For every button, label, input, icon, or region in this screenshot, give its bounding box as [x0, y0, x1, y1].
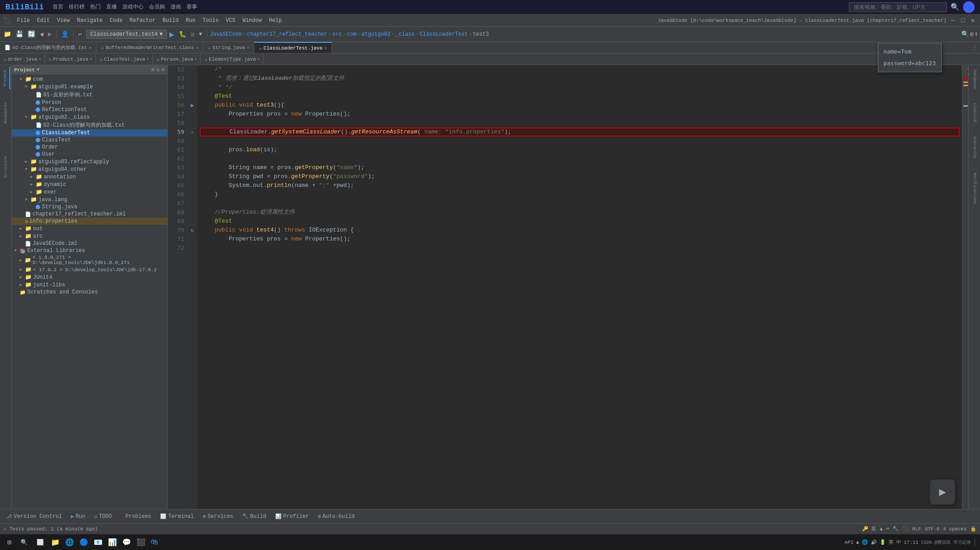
- toolbar-back-icon[interactable]: ◀: [38, 29, 45, 39]
- structure-sidebar-icon[interactable]: Structure: [2, 153, 10, 181]
- taskbar-chrome[interactable]: 🔵: [78, 537, 90, 548]
- bottom-tab-problems[interactable]: ⊗ Problems: [116, 509, 156, 523]
- taskbar-api[interactable]: API: [845, 540, 854, 545]
- bilibili-logo[interactable]: BiliBili: [5, 3, 44, 12]
- menu-refactor[interactable]: Refactor: [126, 17, 159, 25]
- breadcrumb-com[interactable]: com: [347, 31, 357, 37]
- breadcrumb-test3[interactable]: test3: [473, 31, 489, 37]
- taskbar-explorer[interactable]: 📁: [49, 537, 62, 548]
- status-arrow-up[interactable]: ▲: [880, 526, 883, 532]
- top-nav-item[interactable]: 漫画: [170, 3, 181, 11]
- file-tab[interactable]: ☕ String.java ✕: [203, 42, 254, 53]
- tree-item[interactable]: ▶📁JUnit4: [12, 273, 167, 281]
- sync-gutter-70[interactable]: ↻: [187, 226, 197, 235]
- minimize-button[interactable]: ─: [949, 17, 956, 24]
- editor-tab[interactable]: ☕Person.java✕: [153, 54, 201, 65]
- maximize-button[interactable]: □: [959, 17, 966, 24]
- toolbar-search-icon[interactable]: 🔍: [961, 30, 969, 38]
- top-nav-item[interactable]: 直播: [106, 3, 117, 11]
- toolbar-refresh-icon[interactable]: 🔄: [26, 29, 37, 39]
- menu-vcs[interactable]: VCS: [222, 17, 239, 25]
- breadcrumb-chapter[interactable]: chapter17_reflect_teacher: [247, 31, 327, 37]
- bottom-tab-todo[interactable]: ☑ TODO: [90, 509, 116, 523]
- top-nav-item[interactable]: 热门: [90, 3, 101, 11]
- tree-item[interactable]: ▶📁out: [12, 225, 167, 232]
- menu-run[interactable]: Run: [182, 17, 199, 25]
- tree-item[interactable]: ▶📁dynamic: [12, 181, 167, 188]
- breadcrumb-classloadertest[interactable]: ClassLoaderTest: [420, 31, 468, 37]
- top-nav-item[interactable]: 排行榜: [69, 3, 85, 11]
- status-api[interactable]: 🔑 英: [862, 525, 877, 532]
- tree-item[interactable]: 📁Scratches and Consoles: [12, 289, 167, 296]
- tree-item[interactable]: String.java: [12, 203, 167, 211]
- editor-tab[interactable]: ☕ElementType.java✕: [201, 54, 264, 65]
- file-tab-active[interactable]: ☕ ClassLoaderTest.java ✕: [254, 42, 332, 53]
- taskbar-network[interactable]: 🌐: [862, 539, 868, 545]
- bottom-tab-auto-build[interactable]: ⚙ Auto-build: [313, 509, 359, 523]
- top-nav-item[interactable]: 赛事: [186, 3, 197, 11]
- top-nav-item[interactable]: 游戏中心: [122, 3, 144, 11]
- tree-item[interactable]: ▼📁java.lang: [12, 196, 167, 203]
- menu-build[interactable]: Build: [159, 17, 182, 25]
- search-input[interactable]: [849, 2, 947, 12]
- bottom-tab-build[interactable]: 🔨 Build: [238, 509, 271, 523]
- play-overlay-button[interactable]: ▶: [930, 480, 955, 505]
- toolbar-user-icon[interactable]: 👤: [59, 29, 70, 39]
- tree-item[interactable]: ▶📁exer: [12, 188, 167, 196]
- hierarchy-sidebar-icon[interactable]: Hierarchy: [972, 134, 978, 161]
- taskbar-outlook[interactable]: 📧: [92, 537, 104, 548]
- tree-item[interactable]: ▶📁< 1.8.0_271 > D:\develop_tools\JDK\jdk…: [12, 254, 167, 266]
- tree-item[interactable]: 📄02-Class的理解与类的加载.txt: [12, 121, 167, 129]
- tree-item[interactable]: 📄chapter17_reflect_teacher.iml: [12, 211, 167, 218]
- tree-item[interactable]: User: [12, 151, 167, 158]
- menu-navigate[interactable]: Navigate: [73, 17, 106, 25]
- database-sidebar-icon[interactable]: Database: [972, 67, 978, 91]
- taskbar-edge[interactable]: 🌐: [63, 537, 76, 548]
- menu-help[interactable]: Help: [265, 17, 285, 25]
- status-indent[interactable]: 4 spaces: [943, 526, 967, 532]
- run-button[interactable]: ▶: [168, 29, 176, 40]
- tree-item[interactable]: 📄01-反射的举例.txt: [12, 91, 167, 99]
- tree-item[interactable]: ▶📁atguigu03.reflectapply: [12, 158, 167, 165]
- tree-item[interactable]: ▼📁com: [12, 75, 167, 83]
- tree-item-info-properties[interactable]: ⚙info.properties: [12, 218, 167, 225]
- tree-item[interactable]: ▶📁src: [12, 232, 167, 240]
- tree-item[interactable]: ReflectionTest: [12, 106, 167, 113]
- tree-item[interactable]: ▶📁junit-libs: [12, 281, 167, 289]
- tree-item[interactable]: ▼📁atguigu02._class: [12, 113, 167, 121]
- menu-tools[interactable]: Tools: [199, 17, 222, 25]
- tree-item[interactable]: ▼📚External Libraries: [12, 247, 167, 254]
- tree-item[interactable]: ClassTest: [12, 136, 167, 144]
- taskbar-show-desktop[interactable]: [975, 538, 976, 547]
- search-icon[interactable]: 🔍: [951, 3, 959, 12]
- classlib-sidebar-icon[interactable]: classlib: [972, 100, 978, 125]
- file-tab[interactable]: 📄 02-Class的理解与类的加载.txt ✕: [0, 42, 96, 53]
- more-run-options[interactable]: ▼: [197, 30, 204, 38]
- editor-tab[interactable]: ☕ClassTest.java✕: [96, 54, 153, 65]
- taskbar-task-view[interactable]: ⬜: [33, 538, 47, 547]
- taskbar-search[interactable]: 🔍: [17, 538, 31, 547]
- tree-item[interactable]: Person: [12, 99, 167, 106]
- toolbar-forward-icon[interactable]: ▶: [46, 29, 53, 39]
- taskbar-volume[interactable]: 🔊: [871, 539, 877, 545]
- taskbar-idea[interactable]: ⬛: [135, 537, 147, 548]
- bottom-tab-services[interactable]: ⚙ Services: [198, 509, 238, 523]
- avatar[interactable]: 👤: [963, 1, 975, 13]
- breadcrumb-atguigu02[interactable]: atguigu02: [361, 31, 390, 37]
- sort-icon[interactable]: ⇅: [157, 66, 160, 73]
- tree-item-classloadertest[interactable]: ClassLoaderTest: [12, 129, 167, 136]
- bottom-tab-version-control[interactable]: ⎇ Version Control: [2, 509, 66, 523]
- tree-item[interactable]: ▼📁atguigu01.example: [12, 83, 167, 91]
- bottom-tab-terminal[interactable]: ⬜ Terminal: [156, 509, 198, 523]
- menu-file[interactable]: File: [13, 17, 33, 25]
- taskbar-store[interactable]: 🛍: [149, 537, 160, 547]
- tree-item[interactable]: ▼📁atguigu04.other: [12, 165, 167, 173]
- breadcrumb-class[interactable]: _class: [395, 31, 414, 37]
- toolbar-settings-icon[interactable]: ⚙: [970, 30, 973, 38]
- menu-window[interactable]: Window: [239, 17, 265, 25]
- editor-tab[interactable]: ☕Product.java✕: [45, 54, 96, 65]
- close-button[interactable]: ✕: [969, 17, 976, 24]
- taskbar-powerpoint[interactable]: 📊: [106, 537, 119, 548]
- top-nav-item[interactable]: 会员购: [149, 3, 165, 11]
- toolbar-folder-icon[interactable]: 📁: [2, 29, 13, 39]
